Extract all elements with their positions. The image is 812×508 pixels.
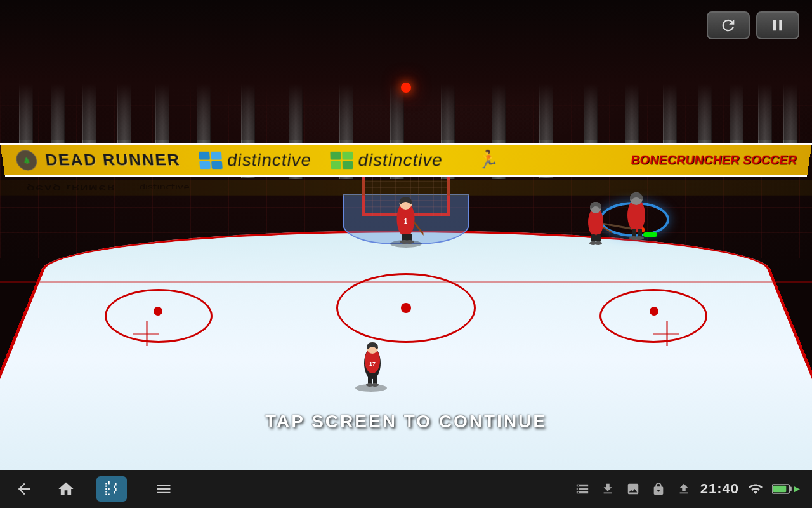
svg-rect-34 — [773, 486, 787, 492]
player-right1-svg — [579, 197, 612, 246]
runner-svg: 🏃 — [474, 146, 500, 171]
storage-svg — [575, 482, 589, 496]
svg-point-32 — [635, 236, 644, 240]
menu-button[interactable] — [152, 478, 175, 500]
player-right-1 — [579, 197, 612, 246]
upload-svg — [677, 482, 691, 496]
distinctive-ad-2: distinctive — [330, 150, 442, 170]
lock-svg — [652, 482, 665, 496]
dead-runner-logo: 🌲 — [13, 149, 39, 171]
red-light — [401, 83, 411, 93]
distinctive-ad-1: distinctive — [199, 150, 312, 170]
logo-sq3 — [199, 161, 211, 169]
home-icon — [57, 480, 75, 498]
logo-sq1 — [199, 151, 210, 159]
gallery-svg — [626, 482, 640, 496]
logo-sq5 — [330, 151, 341, 159]
svg-rect-29 — [632, 229, 636, 237]
download-svg — [601, 482, 615, 496]
logo-sq8 — [343, 161, 353, 169]
menu-icon — [155, 480, 173, 498]
gallery-icon — [624, 480, 642, 498]
dead-runner-text: DEAD RUNNER — [44, 150, 181, 170]
multitask-button[interactable] — [96, 476, 127, 502]
player-goalie-svg: 1 — [389, 190, 424, 244]
battery-percent: ▶ — [794, 485, 799, 493]
tap-continue-text: TAP SCREEN TO CONTINUE — [265, 411, 547, 431]
player-17-svg: 17 — [355, 337, 390, 387]
nav-left-section — [13, 476, 573, 502]
center-circle — [336, 273, 476, 343]
wifi-icon — [747, 480, 764, 498]
logo-sq6 — [342, 151, 353, 159]
bonecruncher-text: BONECRUNCHER SOCCER — [630, 153, 797, 167]
svg-rect-24 — [596, 234, 601, 242]
distinctive-logo-2 — [330, 151, 353, 168]
ad-banner: 🌲 DEAD RUNNER distinctive — [0, 143, 812, 177]
logo-sq7 — [331, 161, 341, 169]
distinctive-text-2: distinctive — [358, 150, 443, 170]
system-time: 21:40 — [700, 481, 739, 497]
refresh-icon — [719, 17, 737, 34]
svg-point-19 — [371, 383, 379, 387]
multitask-icon — [103, 481, 120, 497]
battery-area: ▶ — [772, 483, 799, 495]
crowd-area — [0, 0, 812, 140]
top-buttons — [707, 11, 799, 39]
pause-icon — [769, 17, 787, 34]
player-17: 17 — [355, 337, 390, 387]
logo-sq2 — [211, 151, 222, 159]
player-right2-svg — [618, 187, 655, 241]
home-button[interactable] — [55, 478, 77, 500]
battery-icon — [772, 483, 792, 495]
runner-icon: 🏃 — [474, 146, 500, 173]
refresh-button[interactable] — [707, 11, 750, 39]
center-dot — [401, 303, 411, 313]
tap-continue-area[interactable]: TAP SCREEN TO CONTINUE — [265, 411, 547, 432]
back-button[interactable] — [13, 478, 36, 500]
svg-text:17: 17 — [369, 361, 376, 367]
wifi-svg — [748, 481, 763, 497]
back-icon — [15, 480, 33, 498]
ice-rink — [0, 231, 812, 470]
faceoff-dot-left — [154, 307, 162, 316]
distinctive-text-1: distinctive — [226, 150, 312, 170]
dead-runner-ad: 🌲 DEAD RUNNER — [13, 149, 181, 171]
svg-rect-23 — [591, 234, 596, 242]
upload-icon — [675, 480, 693, 498]
banner-reflection-text: ЯЭМИЯɹ QAЭQ — [25, 184, 114, 192]
nav-right-section: 21:40 ▶ — [573, 480, 799, 498]
player-right-2 — [618, 187, 655, 241]
lock-icon — [650, 480, 667, 498]
banner-reflection-distinct: ǝʌıʇɔuıʇsıp — [140, 184, 190, 192]
download-icon — [599, 480, 617, 498]
distinctive-logo-1 — [199, 151, 223, 168]
svg-text:1: 1 — [404, 218, 408, 225]
navigation-bar: 21:40 ▶ — [0, 470, 812, 508]
cross-v — [146, 321, 148, 346]
player-goalie: 1 — [389, 190, 424, 244]
pause-button[interactable] — [756, 11, 799, 39]
svg-line-22 — [603, 227, 612, 235]
game-area[interactable]: 🌲 DEAD RUNNER distinctive — [0, 0, 812, 470]
cross-v2 — [666, 321, 668, 346]
svg-line-7 — [414, 222, 424, 238]
svg-rect-30 — [638, 229, 642, 237]
storage-icon — [573, 480, 591, 498]
faceoff-circle-left — [105, 289, 213, 343]
faceoff-dot-right — [650, 307, 658, 316]
svg-rect-35 — [789, 487, 791, 491]
logo-sq4 — [211, 161, 223, 169]
svg-point-26 — [594, 241, 602, 245]
svg-text:🏃: 🏃 — [477, 149, 500, 169]
ad-banner-content: 🌲 DEAD RUNNER distinctive — [1, 146, 811, 173]
svg-point-11 — [405, 240, 414, 244]
